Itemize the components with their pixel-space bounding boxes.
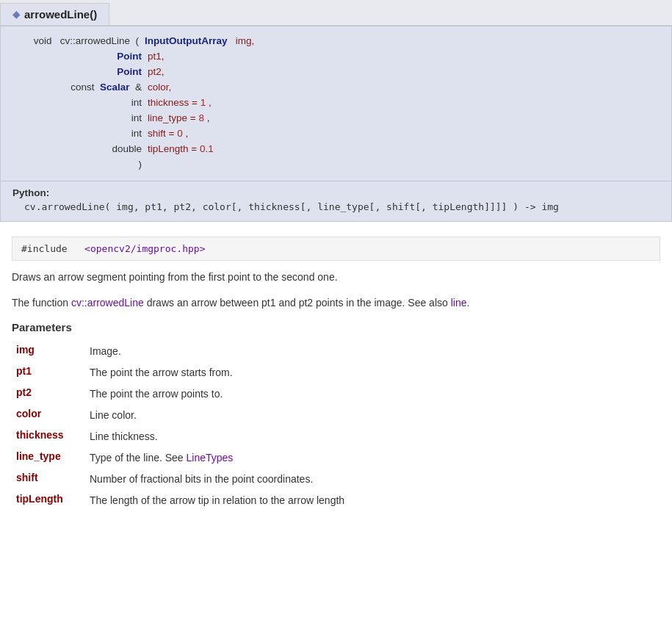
param-name-pt2: pt2 bbox=[12, 383, 85, 405]
linetype-type-cell: int bbox=[12, 110, 145, 126]
sig-linetype-row: int line_type = 8 , bbox=[12, 110, 660, 126]
linetype-default: 8 bbox=[198, 112, 204, 123]
include-path: <opencv2/imgproc.hpp> bbox=[84, 243, 205, 254]
tiplength-param-cell: tipLength = 0.1 bbox=[145, 141, 660, 156]
param-name-shift: shift bbox=[12, 469, 85, 490]
point-type-2[interactable]: Point bbox=[117, 66, 142, 77]
param-row-pt1: pt1 The point the arrow starts from. bbox=[12, 362, 660, 383]
linetype-param: line_type bbox=[148, 112, 187, 123]
return-type-cell: void cv::arrowedLine ( bbox=[12, 35, 145, 48]
param-desc-pt2: The point the arrow points to. bbox=[85, 383, 660, 405]
ampersand: & bbox=[135, 82, 142, 93]
pt1-type-cell: Point bbox=[12, 48, 145, 64]
shift-param-cell: shift = 0 , bbox=[145, 126, 660, 141]
arrowedline-link[interactable]: cv::arrowedLine bbox=[71, 297, 144, 309]
sig-pt2-row: Point pt2, bbox=[12, 64, 660, 79]
point-type-1[interactable]: Point bbox=[117, 51, 142, 62]
function-name: arrowedLine bbox=[76, 35, 130, 46]
param-name-color: color bbox=[12, 405, 85, 426]
pt1-param: pt1 bbox=[148, 51, 162, 62]
color-param: color bbox=[148, 82, 169, 93]
scalar-type[interactable]: Scalar bbox=[100, 82, 130, 93]
description-para-1: Draws an arrow segment pointing from the… bbox=[12, 270, 660, 285]
param-name-pt1: pt1 bbox=[12, 362, 85, 383]
thickness-param-cell: thickness = 1 , bbox=[145, 95, 660, 110]
sig-color-row: const Scalar & color, bbox=[12, 79, 660, 95]
thickness-param: thickness bbox=[148, 97, 189, 108]
int-keyword-2: int bbox=[131, 112, 142, 123]
const-keyword: const bbox=[71, 82, 94, 93]
param-row-shift: shift Number of fractional bits in the p… bbox=[12, 469, 660, 490]
param-name-img: img bbox=[12, 341, 85, 362]
parameters-heading: Parameters bbox=[12, 321, 660, 334]
param-row-linetype: line_type Type of the line. See LineType… bbox=[12, 447, 660, 469]
linetype-param-cell: line_type = 8 , bbox=[145, 110, 660, 126]
param-row-tiplength: tipLength The length of the arrow tip in… bbox=[12, 490, 660, 511]
param-row-img: img Image. bbox=[12, 341, 660, 362]
python-label: Python: bbox=[12, 187, 660, 198]
sig-pt1-row: Point pt1, bbox=[12, 48, 660, 64]
signature-table: void cv::arrowedLine ( InputOutputArray … bbox=[12, 35, 660, 172]
shift-param: shift bbox=[148, 128, 166, 139]
pt2-param-cell: pt2, bbox=[145, 64, 660, 79]
function-tab[interactable]: ◆ arrowedLine() bbox=[0, 3, 109, 25]
shift-type-cell: int bbox=[12, 126, 145, 141]
param-row-thickness: thickness Line thickness. bbox=[12, 426, 660, 447]
tiplength-param: tipLength bbox=[148, 143, 189, 154]
comma1: , bbox=[252, 35, 255, 46]
param-row-color: color Line color. bbox=[12, 405, 660, 426]
int-keyword-1: int bbox=[131, 97, 142, 108]
thickness-type-cell: int bbox=[12, 95, 145, 110]
color-param-cell: color, bbox=[145, 79, 660, 95]
param-desc-shift: Number of fractional bits in the point c… bbox=[85, 469, 660, 490]
linetypes-link[interactable]: LineTypes bbox=[187, 452, 234, 464]
python-code: cv.arrowedLine( img, pt1, pt2, color[, t… bbox=[12, 201, 660, 212]
include-keyword: #include bbox=[21, 243, 68, 254]
tiplength-type-cell: double bbox=[12, 141, 145, 156]
img-param: img bbox=[236, 35, 252, 46]
int-keyword-3: int bbox=[131, 128, 142, 139]
shift-default: 0 bbox=[177, 128, 183, 139]
pt1-param-cell: pt1, bbox=[145, 48, 660, 64]
closing-paren-cell: ) bbox=[12, 156, 145, 172]
description-para-2: The function cv::arrowedLine draws an ar… bbox=[12, 295, 660, 311]
pt2-param: pt2 bbox=[148, 66, 162, 77]
signature-box: void cv::arrowedLine ( InputOutputArray … bbox=[0, 26, 672, 181]
sig-tiplength-row: double tipLength = 0.1 bbox=[12, 141, 660, 156]
param-row-pt2: pt2 The point the arrow points to. bbox=[12, 383, 660, 405]
param-desc-img: Image. bbox=[85, 341, 660, 362]
first-param-cell: InputOutputArray img, bbox=[145, 35, 660, 48]
line-link[interactable]: line bbox=[451, 297, 467, 309]
diamond-icon: ◆ bbox=[12, 9, 20, 20]
param-desc-pt1: The point the arrow starts from. bbox=[85, 362, 660, 383]
sig-thickness-row: int thickness = 1 , bbox=[12, 95, 660, 110]
namespace: cv:: bbox=[60, 35, 76, 46]
tab-label: arrowedLine() bbox=[24, 8, 97, 21]
color-type-cell: const Scalar & bbox=[12, 79, 145, 95]
tab-bar: ◆ arrowedLine() bbox=[0, 0, 672, 26]
double-keyword: double bbox=[112, 143, 142, 154]
include-box: #include <opencv2/imgproc.hpp> bbox=[12, 237, 660, 261]
main-content: #include <opencv2/imgproc.hpp> Draws an … bbox=[0, 222, 672, 517]
param-desc-color: Line color. bbox=[85, 405, 660, 426]
param-desc-linetype: Type of the line. See LineTypes bbox=[85, 447, 660, 469]
pt2-type-cell: Point bbox=[12, 64, 145, 79]
sig-first-row: void cv::arrowedLine ( InputOutputArray … bbox=[12, 35, 660, 48]
param-name-thickness: thickness bbox=[12, 426, 85, 447]
inputoutputarray-type[interactable]: InputOutputArray bbox=[145, 35, 228, 46]
thickness-default: 1 bbox=[200, 97, 206, 108]
param-desc-tiplength: The length of the arrow tip in relation … bbox=[85, 490, 660, 511]
closing-paren: ) bbox=[139, 159, 142, 170]
tiplength-default: 0.1 bbox=[200, 143, 214, 154]
param-name-tiplength: tipLength bbox=[12, 490, 85, 511]
python-section: Python: cv.arrowedLine( img, pt1, pt2, c… bbox=[0, 181, 672, 222]
parameters-table: img Image. pt1 The point the arrow start… bbox=[12, 341, 660, 511]
sig-shift-row: int shift = 0 , bbox=[12, 126, 660, 141]
void-keyword: void bbox=[34, 35, 52, 46]
sig-closing-row: ) bbox=[12, 156, 660, 172]
param-desc-thickness: Line thickness. bbox=[85, 426, 660, 447]
param-name-linetype: line_type bbox=[12, 447, 85, 469]
